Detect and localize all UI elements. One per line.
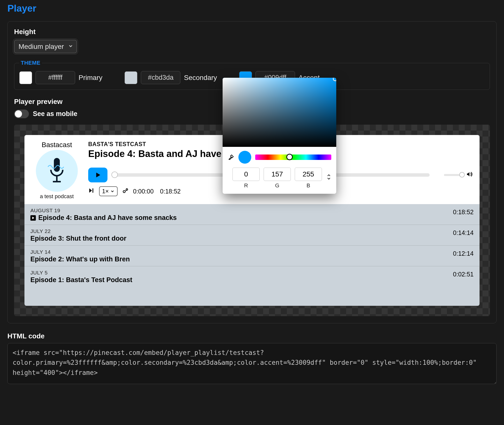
episode-list: AUGUST 19 Episode 4: Basta and AJ have s… [24,204,480,306]
color-saturation-area[interactable] [223,78,336,147]
hue-thumb[interactable] [286,154,293,160]
seek-thumb[interactable] [111,172,118,178]
svg-rect-5 [92,188,93,193]
svg-marker-4 [89,188,92,193]
secondary-caption: Secondary [184,74,217,82]
playback-speed-select[interactable]: 1× [99,186,118,196]
theme-primary: Primary [19,71,102,84]
svg-marker-8 [32,216,35,219]
episode-row[interactable]: JULY 14 Episode 2: What's up with Bren 0… [24,246,480,266]
episode-date: JULY 5 [30,270,132,276]
podcast-tagline: a test podcast [31,193,82,200]
svg-marker-3 [96,173,100,177]
skip-next-icon[interactable] [88,187,95,195]
episode-name: Episode 1: Basta's Test Podcast [30,276,132,284]
color-picker-popover: R G B [223,78,336,194]
episode-name: Episode 4: Basta and AJ have some snacks [38,214,177,222]
share-icon[interactable] [122,187,128,195]
episode-date: JULY 22 [30,228,126,234]
picker-result-swatch [238,151,251,164]
primary-swatch[interactable] [19,71,32,84]
secondary-swatch[interactable] [125,71,137,84]
volume-icon[interactable] [466,171,473,179]
primary-hex-input[interactable] [36,71,75,84]
rgb-g-label: G [275,182,279,189]
theme-secondary: Secondary [125,71,217,84]
svg-rect-0 [54,158,60,172]
podcast-artwork: Bastacast a test podcast [31,141,82,200]
color-mode-toggle-icon[interactable] [327,174,331,181]
episode-row[interactable]: JULY 5 Episode 1: Basta's Test Podcast 0… [24,266,480,306]
rgb-r-label: R [244,182,248,189]
primary-caption: Primary [79,74,102,82]
now-playing-icon [30,215,36,221]
episode-date: JULY 14 [30,249,130,255]
rgb-r-input[interactable] [232,168,260,181]
player-settings-panel: Height Medium player THEME Primary Secon… [7,21,497,323]
see-as-mobile-toggle[interactable] [14,110,29,118]
html-code-label: HTML code [7,332,497,340]
see-as-mobile-label: See as mobile [33,110,77,118]
microphone-icon [36,150,78,192]
time-elapsed: 0:00:00 [133,188,153,195]
episode-duration: 0:18:52 [453,209,474,216]
episode-date: AUGUST 19 [30,208,177,213]
play-button[interactable] [88,168,107,182]
height-label: Height [14,28,490,36]
episode-duration: 0:14:14 [453,229,474,236]
episode-row[interactable]: JULY 22 Episode 3: Shut the front door 0… [24,225,480,246]
page-title: Player [0,3,504,17]
podcast-brand: Bastacast [31,141,82,149]
episode-name: Episode 2: What's up with Bren [30,255,130,263]
svg-point-6 [123,191,126,193]
episode-name: Episode 3: Shut the front door [30,235,126,242]
color-saturation-cursor[interactable] [333,78,336,81]
hue-slider[interactable] [255,155,331,160]
embed-code-textarea[interactable] [7,343,497,384]
volume-thumb[interactable] [459,172,465,177]
theme-legend: THEME [19,60,42,66]
toggle-knob [15,110,22,117]
eyedropper-icon[interactable] [228,154,234,161]
rgb-b-input[interactable] [295,168,322,181]
volume-slider[interactable] [444,174,464,176]
episode-row[interactable]: AUGUST 19 Episode 4: Basta and AJ have s… [24,204,480,225]
playback-speed-value: 1× [102,188,109,195]
episode-duration: 0:12:14 [453,250,474,257]
volume-control [444,171,473,179]
height-select[interactable]: Medium player [14,40,77,53]
episode-duration: 0:02:51 [453,271,474,278]
rgb-g-input[interactable] [264,168,291,181]
rgb-b-label: B [307,182,310,189]
secondary-hex-input[interactable] [141,71,180,84]
time-duration: 0:18:52 [160,188,181,195]
